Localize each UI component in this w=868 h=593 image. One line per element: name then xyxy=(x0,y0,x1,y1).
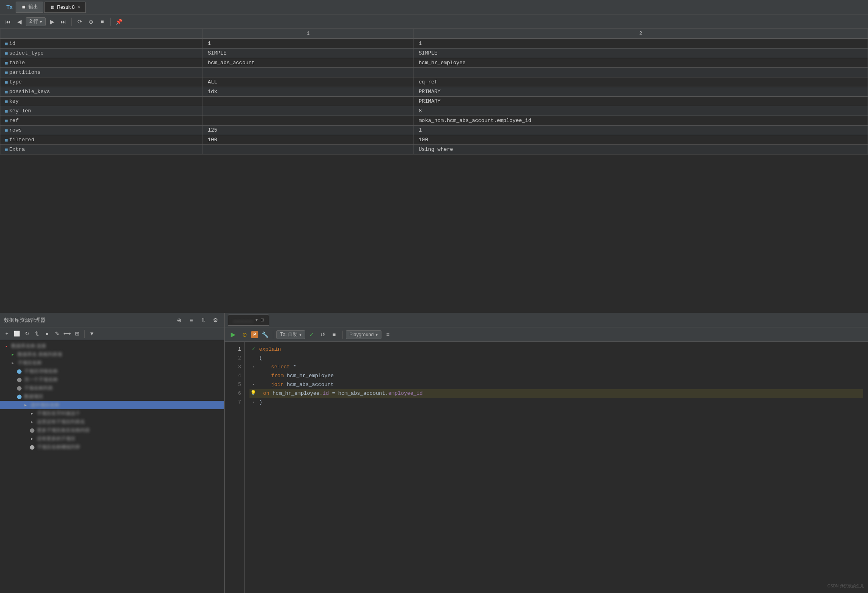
row-icon: ▦ xyxy=(5,99,8,104)
db-manager-toolbar: + ⬜ ↻ ⇅ ● ✎ ⟷ ⊞ ▼ xyxy=(0,327,224,340)
table-row[interactable]: ▦filtered100100 xyxy=(0,135,868,145)
tree-item-8[interactable]: ▸ 选中项目名称 xyxy=(0,401,224,409)
tree-label-13: 子项目名称继续列举 xyxy=(37,444,80,451)
cell-val2: moka_hcm.hcm_abs_account.employee_id xyxy=(414,116,868,126)
on-empid: employee_id xyxy=(388,390,423,396)
row-count[interactable]: 2 行 ▾ xyxy=(26,17,46,26)
db-sep xyxy=(84,330,85,338)
table-row[interactable]: ▦partitions xyxy=(0,68,868,77)
db-add-btn[interactable]: + xyxy=(2,329,11,338)
nav-last-btn[interactable]: ⏭ xyxy=(59,17,68,26)
table-icon: ▦ xyxy=(49,4,55,10)
table-row[interactable]: ▦ExtraUsing where xyxy=(0,145,868,154)
pin-btn[interactable]: 📌 xyxy=(114,17,124,26)
tree-item-3[interactable]: ▸ 子项目名称 xyxy=(0,359,224,367)
tab-bar: Tx 🔲 输出 ▦ Result 8 ✕ xyxy=(0,0,868,14)
db-copy-btn[interactable]: ⬜ xyxy=(12,329,21,338)
tree-item-6[interactable]: ⬤ 子项名称列表 xyxy=(0,384,224,392)
output-tab[interactable]: 🔲 输出 xyxy=(16,2,43,13)
nav-prev-btn[interactable]: ◀ xyxy=(14,17,24,26)
format-btn[interactable]: ≡ xyxy=(383,330,393,339)
table-row[interactable]: ▦key_len8 xyxy=(0,106,868,116)
col-2-header[interactable]: 2 xyxy=(414,29,868,39)
db-globe-btn[interactable]: ⊕ xyxy=(174,315,184,325)
settings-btn[interactable]: 🔧 xyxy=(260,330,270,339)
tree-item-9[interactable]: ▸ 子项目名字叫做这个 xyxy=(0,409,224,418)
cell-field: ▦table xyxy=(0,58,203,68)
db-filter-btn[interactable]: ▼ xyxy=(87,329,96,338)
kw-from: from xyxy=(271,373,284,379)
cell-val1: hcm_abs_account xyxy=(203,58,414,68)
nav-next-btn[interactable]: ▶ xyxy=(47,17,57,26)
col-field-header xyxy=(0,29,203,39)
tree-label-12: 还有更多的子项目 xyxy=(37,435,75,442)
history-btn[interactable]: ⊙ xyxy=(240,330,249,339)
refresh-btn[interactable]: ⟳ xyxy=(75,17,85,26)
run-btn[interactable]: ▶ xyxy=(228,329,238,340)
playground-badge[interactable]: Playground ▾ xyxy=(346,330,381,339)
table-row[interactable]: ▦select_typeSIMPLESIMPLE xyxy=(0,49,868,58)
cell-val1: 100 xyxy=(203,135,414,145)
cell-val1: 1 xyxy=(203,39,414,49)
cell-val2: hcm_hr_employee xyxy=(414,58,868,68)
cell-val1 xyxy=(203,106,414,116)
col-1-header[interactable]: 1 xyxy=(203,29,414,39)
db-circle-btn[interactable]: ● xyxy=(43,329,51,338)
db-sort-btn[interactable]: ⥮ xyxy=(199,315,208,325)
table-row[interactable]: ▦id11 xyxy=(0,39,868,49)
cell-val2: 8 xyxy=(414,106,868,116)
tree-item-11[interactable]: ⬤ 更多子项目条目名称内容 xyxy=(0,426,224,435)
db-edit-btn[interactable]: ✎ xyxy=(53,329,61,338)
table-row[interactable]: ▦refmoka_hcm.hcm_abs_account.employee_id xyxy=(0,116,868,126)
row-icon: ▦ xyxy=(5,89,8,94)
stop-exec-btn[interactable]: ■ xyxy=(329,330,339,339)
nav-first-btn[interactable]: ⏮ xyxy=(3,17,13,26)
cell-val2: Using where xyxy=(414,145,868,154)
tree-item-5[interactable]: ⬤ 另一个子项名称 xyxy=(0,376,224,384)
code-area[interactable]: ✓ explain ( ▸ select * xyxy=(245,342,868,593)
results-toolbar: ⏮ ◀ 2 行 ▾ ▶ ⏭ ⟳ ⊕ ■ 📌 xyxy=(0,14,868,29)
tree-item-10[interactable]: ▸ 这里还有子项目列表名 xyxy=(0,418,224,426)
tx-auto-badge[interactable]: Tx: 自动 ▾ xyxy=(276,330,305,339)
watermark: CSDN @沉默的鱼儿 xyxy=(827,583,864,589)
fold-icon-3: ▸ xyxy=(252,364,255,370)
db-icon-7: ⬤ xyxy=(16,394,22,400)
tree-item-2[interactable]: ▸ 数据库名 表格列表项 xyxy=(0,350,224,359)
rollback-btn[interactable]: ↺ xyxy=(318,330,328,339)
tree-item-12[interactable]: ▸ 还有更多的子项目 xyxy=(0,435,224,443)
db-schema-btn[interactable]: ⇅ xyxy=(32,329,41,338)
db-grid-btn[interactable]: ⊞ xyxy=(73,329,81,338)
tree-item-7[interactable]: ⬤ 数据项目 xyxy=(0,392,224,401)
table-row[interactable]: ▦tablehcm_abs_accounthcm_hr_employee xyxy=(0,58,868,68)
tree-item-1[interactable]: ▪ 数据库名称 连接 xyxy=(0,342,224,350)
editor-main-tab[interactable]: ............... ▾ ⊞ xyxy=(228,315,269,326)
row-icon: ▦ xyxy=(5,128,8,133)
search-btn[interactable]: ⊕ xyxy=(86,17,96,26)
db-icon-2: ▸ xyxy=(10,351,16,358)
tree-item-13[interactable]: ⬤ 子项目名称继续列举 xyxy=(0,443,224,451)
result8-close[interactable]: ✕ xyxy=(77,4,81,10)
table-row[interactable]: ▦rows1251 xyxy=(0,126,868,135)
table-row[interactable]: ▦possible_keysidxPRIMARY xyxy=(0,87,868,97)
cell-val2: 1 xyxy=(414,39,868,49)
db-icon-9: ▸ xyxy=(29,410,35,417)
table-row[interactable]: ▦typeALLeq_ref xyxy=(0,77,868,87)
commit-btn[interactable]: ✓ xyxy=(307,330,316,339)
bottom-section: 数据库资源管理器 ⊕ ≡ ⥮ ⚙ + ⬜ ↻ ⇅ ● ✎ ⟷ ⊞ ▼ ▪ 数据库… xyxy=(0,313,868,593)
code-open-paren: ( xyxy=(259,354,262,363)
db-list-btn[interactable]: ≡ xyxy=(187,315,196,325)
line-num-7: 7 xyxy=(225,398,244,407)
db-connect-btn[interactable]: ⟷ xyxy=(63,329,71,338)
line-num-4: 4 xyxy=(225,372,244,380)
tree-label-8: 选中项目名称 xyxy=(30,402,59,408)
stop-btn[interactable]: ■ xyxy=(97,17,107,26)
db-settings-btn[interactable]: ⚙ xyxy=(211,315,220,325)
result8-tab[interactable]: ▦ Result 8 ✕ xyxy=(44,2,86,13)
tree-item-4[interactable]: ⬤ 子项目详细名称 xyxy=(0,367,224,376)
db-refresh-btn[interactable]: ↻ xyxy=(22,329,31,338)
row-icon: ▦ xyxy=(5,138,8,142)
db-icon-5: ⬤ xyxy=(16,377,22,383)
cell-val1: SIMPLE xyxy=(203,49,414,58)
cell-field: ▦ref xyxy=(0,116,203,126)
table-row[interactable]: ▦keyPRIMARY xyxy=(0,97,868,106)
